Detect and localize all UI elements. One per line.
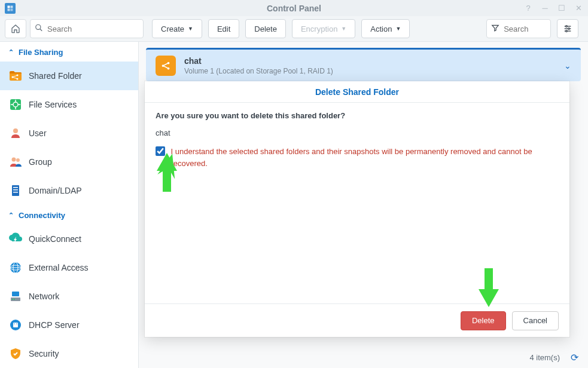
confirm-checkbox-row[interactable]: I understand the selected shared folders… [156,146,559,169]
create-button[interactable]: Create▼ [152,19,202,38]
folder-meta: Volume 1 (Located on Storage Pool 1, RAI… [184,67,556,75]
settings-toggle-button[interactable] [557,19,578,38]
shared-folder-icon [8,69,23,83]
svg-rect-28 [13,187,18,188]
sidebar-item-label: Shared Folder [29,71,82,81]
svg-point-9 [566,26,568,27]
sidebar-item-label: DHCP Server [29,320,80,330]
network-icon [8,289,23,303]
domain-ldap-icon [8,183,23,198]
refresh-button[interactable]: ⟳ [571,352,578,363]
toolbar-search [486,19,551,38]
sidebar-search [30,19,144,38]
dhcp-server-icon [8,318,23,332]
delete-dialog: Delete Shared Folder Are you sure you wa… [145,81,569,337]
folder-name: chat [184,56,556,66]
svg-rect-12 [10,72,22,81]
sidebar-item-label: Group [29,157,52,167]
svg-rect-27 [12,185,19,196]
delete-button[interactable]: Delete [245,19,286,38]
sidebar-item-file-services[interactable]: File Services [0,90,138,119]
svg-rect-30 [13,192,18,193]
svg-point-15 [17,78,19,80]
svg-point-41 [14,323,15,324]
sidebar-item-network[interactable]: Network [0,282,138,311]
dialog-delete-button[interactable]: Delete [461,311,506,330]
maximize-icon[interactable]: ☐ [557,4,566,13]
top-strip: Create▼ Edit Delete Encryption▼ Action▼ [0,16,588,42]
sidebar-item-label: Security [29,349,59,358]
svg-rect-2 [8,8,10,11]
svg-rect-36 [12,292,19,296]
search-icon [35,24,43,34]
svg-rect-29 [13,189,18,191]
section-file-sharing[interactable]: ⌃File Sharing [0,42,138,62]
svg-point-4 [36,24,41,29]
dialog-title: Delete Shared Folder [145,81,569,103]
svg-point-10 [568,28,570,30]
sidebar-item-quickconnect[interactable]: QuickConnect [0,225,138,253]
user-icon [8,126,23,140]
close-icon[interactable]: ✕ [574,4,583,13]
app-icon [5,3,16,14]
folder-row-chat[interactable]: chat Volume 1 (Located on Storage Pool 1… [146,48,581,81]
quickconnect-icon [8,232,23,246]
sidebar-item-dhcp-server[interactable]: DHCP Server [0,311,138,339]
sidebar-item-group[interactable]: Group [0,148,138,176]
svg-point-13 [12,76,14,78]
help-icon[interactable]: ? [523,4,533,13]
sidebar: ⌃File Sharing Shared Folder File Service… [0,42,139,368]
edit-button[interactable]: Edit [208,19,239,38]
dialog-question: Are you sure you want to delete this sha… [156,111,559,120]
window-controls: ? ─ ☐ ✕ [523,4,583,13]
svg-line-5 [40,29,42,31]
dialog-folder-name: chat [156,128,559,137]
dialog-cancel-button[interactable]: Cancel [512,311,559,330]
svg-line-47 [164,66,167,68]
svg-point-11 [566,30,568,32]
content: ⌃File Sharing Shared Folder File Service… [0,42,588,368]
sidebar-item-shared-folder[interactable]: Shared Folder [0,62,138,90]
sidebar-item-label: File Services [29,100,77,109]
toolbar: Create▼ Edit Delete Encryption▼ Action▼ [147,19,583,38]
sidebar-item-external-access[interactable]: External Access [0,253,138,282]
confirm-label: I understand the selected shared folders… [171,146,559,169]
sidebar-item-label: Domain/LDAP [29,186,82,195]
status-footer: 4 item(s) ⟳ [529,352,578,363]
window-title: Control Panel [267,4,321,13]
svg-point-37 [12,299,13,300]
titlebar: Control Panel ? ─ ☐ ✕ [0,0,588,16]
sidebar-item-domain-ldap[interactable]: Domain/LDAP [0,176,138,205]
svg-line-46 [164,63,167,65]
main-area: chat Volume 1 (Located on Storage Pool 1… [139,42,588,368]
dialog-body: Are you sure you want to delete this sha… [145,103,569,303]
confirm-checkbox[interactable] [156,146,165,156]
sidebar-search-input[interactable] [30,19,144,38]
sidebar-item-label: User [29,128,47,138]
encryption-button[interactable]: Encryption▼ [292,19,355,38]
svg-rect-1 [11,5,13,8]
sidebar-item-label: External Access [29,263,89,272]
svg-rect-0 [8,5,10,8]
svg-point-14 [17,75,19,76]
svg-point-42 [16,323,17,324]
svg-point-24 [13,128,18,133]
chevron-down-icon[interactable]: ⌄ [564,61,571,70]
sidebar-item-label: QuickConnect [29,234,81,244]
sidebar-top [5,19,144,38]
filter-icon [491,24,499,34]
sidebar-item-security[interactable]: Security [0,339,138,368]
svg-rect-3 [11,8,13,11]
dialog-footer: Delete Cancel [145,303,569,337]
chevron-up-icon: ⌃ [8,48,14,56]
sidebar-item-user[interactable]: User [0,119,138,148]
caret-down-icon: ▼ [188,26,193,32]
action-button[interactable]: Action▼ [361,19,410,38]
minimize-icon[interactable]: ─ [540,4,550,13]
file-services-icon [8,97,23,112]
svg-point-25 [12,158,16,162]
caret-down-icon: ▼ [341,26,346,32]
svg-rect-40 [13,323,18,327]
section-connectivity[interactable]: ⌃Connectivity [0,205,138,225]
home-button[interactable] [5,19,26,38]
